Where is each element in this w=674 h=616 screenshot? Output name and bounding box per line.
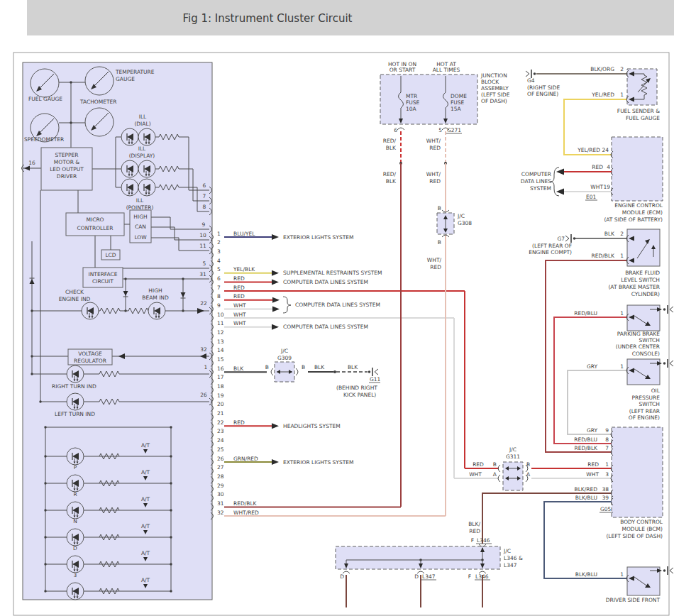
wire-color-label: BLK/RED xyxy=(575,486,598,493)
page-title: Fig 1: Instrument Cluster Circuit xyxy=(183,12,353,25)
at-label: A/T xyxy=(141,442,150,449)
wire-color-label: BLK xyxy=(386,145,397,151)
wire-color-label: RED xyxy=(469,528,480,534)
l346-pin-f-top: F xyxy=(471,537,474,544)
oil-label3: SWITCH xyxy=(639,401,660,407)
at-indicator-led-icon xyxy=(67,583,84,600)
edge-pin-22: 22 xyxy=(200,300,207,307)
wire-color-label: GRN/RED xyxy=(233,456,258,462)
bcm-pin-38: 38 xyxy=(602,486,609,493)
ground-ref-g05: G05 xyxy=(600,506,612,512)
wire-color-label: GRY xyxy=(587,427,598,434)
brake-fluid-label: BRAKE FLUID xyxy=(625,270,660,276)
l346-name2: L346 & xyxy=(504,555,523,561)
high-beam-led-icon xyxy=(148,302,165,319)
mtr-fuse-rating: 10A xyxy=(406,106,417,112)
wire-color-label: BLK xyxy=(233,365,244,372)
connector-ref-l347: L347 xyxy=(422,573,436,580)
junction-block-section: HOT IN ON OR START HOT AT ALL TIMES MTR … xyxy=(380,61,510,133)
instrument-cluster-box xyxy=(23,62,212,600)
junction-dot xyxy=(44,455,46,457)
connector-pin-number: 24 xyxy=(217,437,224,444)
oil-label: OIL xyxy=(651,387,661,394)
voltage-regulator-label2: REGULATOR xyxy=(74,358,106,364)
connector-pin-number: 16 xyxy=(217,365,224,372)
wire-color-label: WHT/ xyxy=(426,171,441,177)
connector-pin-number: 6 xyxy=(217,275,221,282)
wire-color-label: RED xyxy=(233,419,245,426)
bcm-pin-3: 3 xyxy=(605,471,609,478)
brake-fluid-label3: (AT BRAKE MASTER xyxy=(608,284,660,290)
system-destination-label: SUPPLEMENTAL RESTRAINTS SYSTEM xyxy=(283,270,382,276)
ground-icon xyxy=(663,359,673,368)
connector-pin-number: 9 xyxy=(217,302,221,309)
edge-pin-32: 32 xyxy=(200,346,207,353)
g4-location: (RIGHT SIDE xyxy=(527,84,560,91)
connector-pin-number: 4 xyxy=(217,258,221,264)
l346-section: BLK/ RED F L346 J/C L346 & L347 D D L347… xyxy=(336,493,612,607)
page: Fig 1: Instrument Cluster Circuit xyxy=(0,0,674,616)
wire-color-label: RED xyxy=(233,293,245,299)
edge-pin-8: 8 xyxy=(203,204,206,210)
g309-name2: G309 xyxy=(277,355,292,361)
lcd-label: LCD xyxy=(105,252,116,258)
wire-color-label: WHT xyxy=(233,302,246,309)
high-beam-label: HIGH xyxy=(148,287,162,294)
edge-pin-7: 7 xyxy=(203,193,206,199)
system-destination-label: EXTERIOR LIGHTS SYSTEM xyxy=(283,234,353,241)
g11-location: (BEHIND RIGHT xyxy=(336,385,377,391)
wire-color-label: RED xyxy=(430,264,441,270)
hot-label4: ALL TIMES xyxy=(433,67,460,73)
parking-label4: CONSOLE) xyxy=(632,351,660,357)
ecm-label3: (AT SIDE OF BATTERY) xyxy=(604,216,663,223)
wire-color-label: RED/ xyxy=(383,171,397,177)
junction-dot xyxy=(44,482,46,484)
brake-fluid-label2: LEVEL SWITCH xyxy=(621,277,660,283)
ecm-pin-24: 24 xyxy=(602,147,609,153)
wire-color-label: RED xyxy=(429,145,441,151)
g311-pin-a-right: A xyxy=(526,471,531,478)
g311-pin-b-right: B xyxy=(526,461,530,468)
g7-location: (LEFT REAR OF xyxy=(532,243,572,249)
cluster-connector-column: 1BLU/YELEXTERIOR LIGHTS SYSTEM2345YEL/BL… xyxy=(211,231,465,520)
edge-pin-11: 11 xyxy=(199,243,206,249)
at-label: A/T xyxy=(141,550,150,556)
speedometer-label: SPEEDOMETER xyxy=(24,136,64,143)
micro-label: MICRO xyxy=(86,216,104,223)
connector-pin-number: 22 xyxy=(217,419,224,426)
wire-color-label: BLU/YEL xyxy=(233,231,255,237)
junction-block-label: JUNCTION xyxy=(480,72,507,79)
ground-icon xyxy=(663,305,673,314)
ground-ref-g7: G7 xyxy=(557,236,565,242)
arrow-icon xyxy=(272,459,279,465)
high-beam-label2: BEAM IND xyxy=(142,295,169,301)
l346-box xyxy=(336,546,500,569)
dome-fuse-label2: FUSE xyxy=(451,99,465,106)
junction-dot xyxy=(170,563,172,565)
temperature-gauge-label2: GAUGE xyxy=(116,76,135,82)
bcm-section: GRY 9 RED/BLU 8 RED/BLK 7 BLK/RED 38 BLK… xyxy=(544,427,663,578)
ill-pointer-label: ILL xyxy=(136,197,144,204)
g308-name2: G308 xyxy=(458,220,472,226)
wire-color-label: RED xyxy=(233,285,245,291)
connector-pin-number: 1 xyxy=(217,231,221,237)
g309-ground-chain: B J/C G309 B BLK BLK G11 (BEHIND RIGHT K… xyxy=(265,348,381,398)
g309-pin-out: B xyxy=(302,364,305,370)
connector-pin-number: 29 xyxy=(217,483,224,489)
wire-color-label: YEL/BLK xyxy=(233,266,255,273)
oil-label5: OF ENGINE) xyxy=(629,414,660,421)
ill-display-label2: (DISPLAY) xyxy=(129,153,155,159)
wire-color-label: WHT xyxy=(469,471,482,478)
cdl-label3: SYSTEM xyxy=(530,185,551,192)
l346-pin-f-bot: F xyxy=(468,573,471,580)
left-turn-label: LEFT TURN IND xyxy=(55,411,95,417)
left-turn-led-icon xyxy=(67,393,84,410)
ground-ref-e01: E01 xyxy=(586,194,597,200)
junction-dot xyxy=(44,563,46,565)
mtr-fuse-label2: FUSE xyxy=(406,99,420,106)
connector-pin-number: 12 xyxy=(217,329,224,336)
bcm-label2: MODULE (BCM) xyxy=(621,526,663,532)
arrow-icon xyxy=(272,279,279,285)
connector-pin-number: 26 xyxy=(217,456,224,462)
connector-pin-number: 20 xyxy=(217,401,224,407)
